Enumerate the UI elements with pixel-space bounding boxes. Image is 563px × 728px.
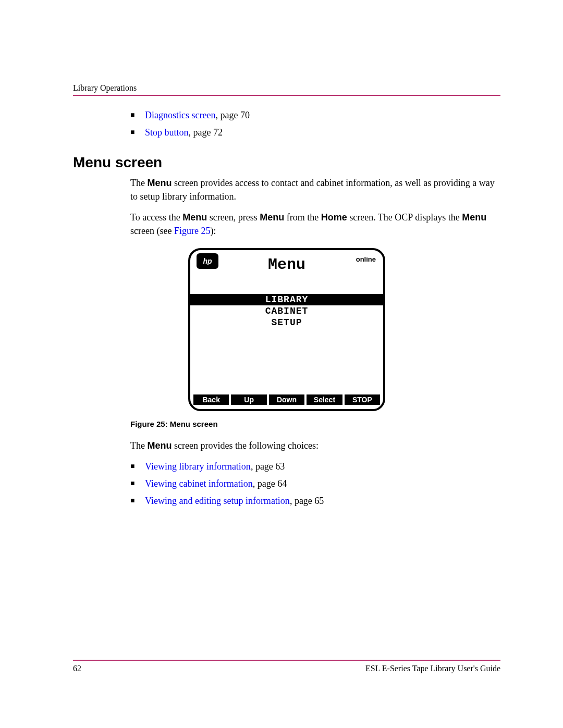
figure-ocp: hp Menu online LIBRARY CABINET SETUP Bac…: [73, 248, 500, 411]
link-view-setup[interactable]: Viewing and editing setup information: [145, 496, 290, 506]
page: Library Operations Diagnostics screen, p…: [0, 0, 563, 728]
link-view-cabinet[interactable]: Viewing cabinet information: [145, 478, 253, 489]
list-item: Viewing library information, page 63: [130, 460, 500, 474]
ocp-up-button[interactable]: Up: [231, 394, 266, 405]
list-item: Viewing cabinet information, page 64: [130, 477, 500, 491]
ocp-select-button[interactable]: Select: [307, 394, 342, 405]
heading-menu-screen: Menu screen: [73, 154, 500, 171]
footer-rule: [73, 660, 500, 661]
ocp-status: online: [356, 255, 376, 263]
page-ref: , page 63: [251, 461, 285, 472]
page-ref: , page 65: [290, 496, 324, 506]
paragraph: To access the Menu screen, press Menu fr…: [73, 211, 500, 238]
list-item: Diagnostics screen, page 70: [130, 108, 500, 122]
ocp-title: Menu: [268, 256, 305, 274]
ocp-down-button[interactable]: Down: [269, 394, 304, 405]
ocp-item-library[interactable]: LIBRARY: [190, 294, 383, 305]
ocp-button-bar: Back Up Down Select STOP: [190, 391, 383, 409]
paragraph: The Menu screen provides the following c…: [73, 439, 500, 452]
page-ref: , page 72: [189, 127, 223, 138]
list-item: Stop button, page 72: [130, 126, 500, 140]
guide-title: ESL E-Series Tape Library User's Guide: [365, 664, 500, 673]
running-header: Library Operations: [73, 83, 500, 93]
ocp-panel: hp Menu online LIBRARY CABINET SETUP Bac…: [188, 248, 385, 411]
link-stop-button[interactable]: Stop button: [145, 127, 189, 138]
ocp-item-setup[interactable]: SETUP: [190, 317, 383, 328]
bottom-bullet-list: Viewing library information, page 63 Vie…: [73, 460, 500, 508]
top-bullet-list: Diagnostics screen, page 70 Stop button,…: [73, 108, 500, 140]
ocp-header: hp Menu online: [190, 250, 383, 276]
page-ref: , page 64: [253, 478, 287, 489]
list-item: Viewing and editing setup information, p…: [130, 494, 500, 508]
page-number: 62: [73, 664, 81, 673]
ocp-menu-list: LIBRARY CABINET SETUP: [190, 276, 383, 391]
header-rule: [73, 95, 500, 96]
link-diagnostics[interactable]: Diagnostics screen: [145, 110, 215, 120]
ocp-back-button[interactable]: Back: [193, 394, 229, 405]
paragraph: The Menu screen provides access to conta…: [73, 176, 500, 203]
ocp-item-cabinet[interactable]: CABINET: [190, 305, 383, 317]
page-footer: 62 ESL E-Series Tape Library User's Guid…: [73, 660, 500, 673]
link-figure-25[interactable]: Figure 25: [174, 226, 211, 236]
figure-caption: Figure 25: Menu screen: [73, 419, 500, 428]
link-view-library[interactable]: Viewing library information: [145, 461, 251, 472]
hp-logo-icon: hp: [197, 253, 218, 269]
ocp-stop-button[interactable]: STOP: [345, 394, 380, 405]
page-ref: , page 70: [215, 110, 249, 120]
